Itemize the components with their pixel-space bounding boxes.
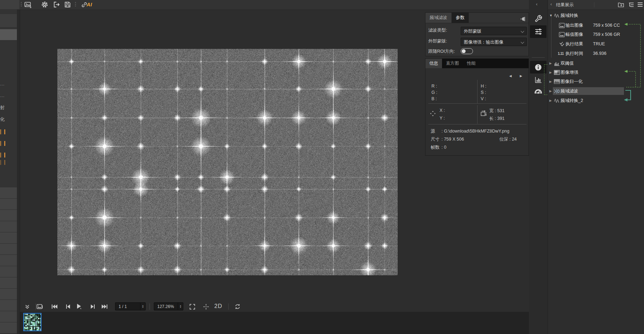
b-label: B : [431,96,437,101]
divider [228,303,229,310]
toolbar-grip-icon[interactable] [75,2,76,7]
double-check-icon [558,41,566,47]
expand-arrow-icon[interactable]: ▶ [549,80,553,83]
sidebar-scroll-gutter[interactable] [17,9,20,334]
sidebar-item-block[interactable] [0,14,17,27]
ext-mask-select[interactable]: 图像增强：输出图像 [461,38,527,46]
list-item[interactable] [0,277,17,289]
zoom-spinner[interactable]: 127.26% ▲▼ [154,302,183,310]
parameter-tabs: 频域滤波 参数 [425,13,529,23]
tree-node-label: 频域转换 [561,13,578,19]
tree-node-dual-threshold[interactable]: ▶ 双阈值 [549,59,574,67]
sliders-tab-active[interactable] [530,25,547,38]
tree-child-magnitude-image[interactable]: 幅值图像 759 x 506 GR [558,31,620,38]
image-viewport[interactable] [57,49,398,275]
frame-thumbnail-selected[interactable] [23,313,42,331]
histogram-node-icon [553,60,561,66]
list-item[interactable] [0,289,17,300]
frame-spinner[interactable]: 1 / 1 ▲▼ [115,302,146,310]
settings-gear-icon[interactable] [41,1,49,8]
tree-node-freq-filter-selected[interactable]: ▶ 频域滤波 [549,87,578,95]
pin-icon[interactable] [520,17,526,21]
roi-width: 宽 : 531 [489,108,505,114]
refresh-icon[interactable] [233,302,242,311]
sliders-icon [530,25,547,38]
ai-label[interactable]: AI [87,1,92,7]
tree-node-image-enhance[interactable]: ▶ 图像增强 [549,69,578,76]
move-coords-icon [430,110,436,117]
list-item[interactable] [0,300,17,311]
app-window: AI … … 射 化 [0,0,644,334]
list-item[interactable] [0,232,17,244]
tree-node-label: 图像增强 [561,70,578,76]
collapse-toolbar-icon[interactable] [23,302,31,311]
export-icon[interactable] [52,1,60,8]
list-item[interactable] [0,266,17,277]
play-button-icon[interactable] [75,302,83,310]
size-row: 尺寸 : 759 X 506 [431,136,464,142]
list-item[interactable] [0,199,17,210]
collapse-panel-icon[interactable]: ‹ [536,1,537,7]
toolbar-grip-icon[interactable] [21,2,22,7]
list-item[interactable] [0,322,17,334]
skip-start-icon[interactable] [50,302,59,311]
tree-node-image-normalize[interactable]: ▶ 图像归一化 [549,78,583,85]
expand-arrow-icon[interactable]: ▶ [549,89,553,93]
next-frame-icon[interactable] [88,302,97,311]
roi-size-icon [480,110,487,117]
spinner-arrows-icon[interactable]: ▲▼ [140,303,145,310]
add-folder-icon[interactable] [618,2,624,7]
frames-label: 帧数 [431,144,440,150]
chevron-down-icon [521,40,524,44]
expand-arrow-icon[interactable]: ▶ [549,71,553,74]
tree-node-root[interactable]: ▼ 频域转换 [549,12,578,19]
fit-fullscreen-icon[interactable] [188,302,196,311]
tree-child-exec-time[interactable]: 1.11 执行时间 36.936 [558,50,606,57]
left-sidebar: … … 射 化 [0,9,20,334]
center-crosshair-icon[interactable] [202,302,210,311]
list-item[interactable] [0,244,17,255]
save-icon[interactable] [64,1,71,8]
roi-length-value: 391 [497,116,505,121]
menu-block[interactable] [0,0,19,9]
divider [428,103,526,104]
tree-node-label: 幅值图像 [566,32,593,38]
tab-performance[interactable]: 性能 [463,59,480,68]
tab-params[interactable]: 参数 [452,13,469,23]
divider [532,57,545,58]
tree-node-value: 759 x 506 CC [593,23,620,28]
expand-arrow-icon[interactable]: ▼ [549,14,553,17]
prev-frame-icon[interactable] [64,302,72,311]
list-item[interactable] [0,210,17,221]
expand-arrow-icon[interactable]: ▶ [549,62,553,65]
spinner-arrows-icon[interactable]: ▲▼ [178,303,183,310]
skip-end-icon[interactable] [100,302,109,311]
list-item[interactable] [0,187,17,199]
sidebar-item-block-selected[interactable] [0,29,17,40]
frames-image-icon[interactable] [36,302,44,311]
tab-filter[interactable]: 频域滤波 [425,13,452,23]
filter-type-select[interactable]: 外部蒙版 [461,27,527,35]
r-label: R : [431,84,437,89]
tab-histogram[interactable]: 直方图 [442,59,463,68]
collapse-results-icon[interactable]: ‹ [550,1,552,7]
expand-arrow-icon[interactable]: ▶ [549,99,553,102]
depth-label: 位深 [499,137,508,142]
tree-view-icon[interactable] [628,2,634,7]
tab-info[interactable]: 信息 [425,59,442,68]
wrench-tools-icon[interactable] [530,13,547,24]
follow-roi-toggle[interactable] [461,48,473,54]
list-item[interactable] [0,255,17,266]
size-label: 尺寸 [431,136,440,142]
2d-mode-button[interactable]: 2D [214,303,222,309]
next-arrow-icon[interactable]: ▶ [520,74,522,78]
tree-child-output-image[interactable]: 输出图像 759 x 506 CC [558,21,620,29]
tree-node-fft-2[interactable]: ▶ 频域转换_2 [549,97,583,104]
menu-hamburger-icon[interactable] [637,2,643,7]
tree-child-exec-result[interactable]: 执行结果 TRUE [558,40,605,48]
right-icon-strip: ‹ [529,0,548,334]
list-item[interactable] [0,221,17,232]
prev-arrow-icon[interactable]: ◀ [509,74,512,78]
image-tool-icon[interactable] [24,1,32,8]
list-item[interactable] [0,311,17,322]
